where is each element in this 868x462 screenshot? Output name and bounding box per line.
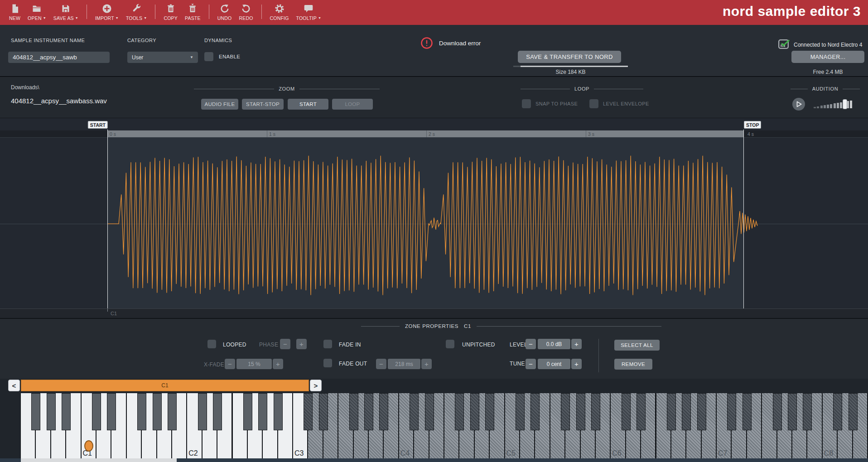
black-key-gs5[interactable]	[576, 393, 585, 430]
unpitched-checkbox[interactable]	[446, 340, 454, 348]
black-key-cs5[interactable]	[516, 393, 525, 430]
black-key-gs6[interactable]	[682, 393, 691, 430]
black-key-gs7[interactable]	[788, 393, 797, 430]
x-fade-value-field[interactable]: 15 %	[236, 359, 272, 369]
black-key-gs3[interactable]	[364, 393, 373, 430]
toolbar-config-button[interactable]: CONFIG	[266, 0, 293, 25]
black-key-ds8[interactable]	[849, 393, 858, 430]
manager-button[interactable]: MANAGER...	[791, 51, 864, 63]
black-key-ds6[interactable]	[637, 393, 646, 430]
fade-out-plus-button[interactable]: +	[421, 359, 432, 369]
fade-in-checkbox[interactable]	[323, 340, 332, 348]
phase-minus-button[interactable]: −	[280, 339, 290, 349]
black-key-ds3[interactable]	[319, 393, 328, 430]
fade-out-value-field[interactable]: 218 ms	[388, 359, 420, 369]
black-key-cs1[interactable]	[92, 393, 101, 430]
toolbar-import-button[interactable]: IMPORT▼	[92, 0, 122, 25]
level-minus-button[interactable]: −	[526, 339, 536, 349]
toolbar-redo-button[interactable]: REDO	[235, 0, 256, 25]
toolbar-open-button[interactable]: OPEN▼	[24, 0, 50, 25]
toolbar-save-as-button[interactable]: SAVE AS▼	[50, 0, 82, 25]
stop-marker-tag[interactable]: STOP	[744, 121, 761, 129]
black-key-cs7[interactable]	[727, 393, 736, 430]
black-key-cs2[interactable]	[198, 393, 207, 430]
toolbar-tooltip-button[interactable]: TOOLTIP▼	[293, 0, 325, 25]
black-key-ds4[interactable]	[425, 393, 434, 430]
black-key-ds7[interactable]	[743, 393, 752, 430]
black-key-fs4[interactable]	[455, 393, 464, 430]
black-key-as7[interactable]	[803, 393, 812, 430]
toolbar-new-button[interactable]: NEW	[5, 0, 24, 25]
toolbar-undo-button[interactable]: UNDO	[214, 0, 236, 25]
zoom-start-stop-button[interactable]: START-STOP	[242, 99, 284, 110]
x-fade-plus-button[interactable]: +	[273, 359, 283, 369]
start-marker-tag[interactable]: START	[88, 121, 108, 129]
wrench-icon	[131, 2, 142, 14]
volume-slider-handle[interactable]	[843, 99, 847, 109]
black-key-gs0[interactable]	[47, 393, 56, 430]
phase-plus-button[interactable]: +	[296, 339, 307, 349]
black-key-cs6[interactable]	[622, 393, 631, 430]
dynamics-enable-checkbox[interactable]	[204, 52, 213, 61]
toolbar-paste-button[interactable]: PASTE	[181, 0, 204, 25]
zone-properties-header: ZONE PROPERTIES C1	[361, 323, 661, 329]
black-key-gs2[interactable]	[258, 393, 267, 430]
black-key-as3[interactable]	[379, 393, 388, 430]
select-all-button[interactable]: SELECT ALL	[614, 340, 660, 351]
tune-plus-button[interactable]: +	[571, 359, 582, 369]
snap-to-phase-checkbox[interactable]	[522, 99, 531, 108]
black-key-as1[interactable]	[168, 393, 177, 430]
zone-range-bar[interactable]: C1	[21, 380, 309, 391]
level-plus-button[interactable]: +	[571, 339, 582, 349]
level-envelope-checkbox[interactable]	[589, 99, 598, 108]
black-key-ds5[interactable]	[530, 393, 540, 430]
black-key-ds2[interactable]	[213, 393, 222, 430]
tune-value-field[interactable]: 0 cent	[538, 359, 570, 369]
toolbar-tools-button[interactable]: TOOLS▼	[122, 0, 151, 25]
zoom-start-button[interactable]: START	[288, 99, 328, 110]
looped-checkbox[interactable]	[207, 340, 216, 348]
audition-play-button[interactable]	[792, 97, 805, 113]
black-key-fs1[interactable]	[137, 393, 146, 430]
black-key-fs5[interactable]	[561, 393, 570, 430]
toolbar-copy-button[interactable]: COPY	[160, 0, 181, 25]
black-key-as5[interactable]	[591, 393, 600, 430]
zoom-loop-button[interactable]: LOOP	[332, 99, 373, 110]
black-key-as2[interactable]	[274, 393, 283, 430]
stop-marker-line[interactable]	[743, 130, 744, 308]
zone-next-button[interactable]: >	[310, 380, 322, 391]
audition-section-header: AUDITION	[791, 86, 860, 91]
black-key-as0[interactable]	[62, 393, 71, 430]
black-key-cs4[interactable]	[410, 393, 419, 430]
black-key-as4[interactable]	[485, 393, 494, 430]
sample-name-input[interactable]	[8, 52, 110, 63]
key-label-C6: C6	[612, 449, 621, 457]
black-key-gs4[interactable]	[470, 393, 479, 430]
category-select[interactable]: User ▼	[127, 52, 198, 63]
waveform-display[interactable]	[0, 118, 868, 318]
zoom-audio-file-button[interactable]: AUDIO FILE	[201, 99, 238, 110]
fade-out-checkbox[interactable]	[323, 359, 332, 367]
keyboard-scrollbar-thumb[interactable]	[21, 458, 177, 462]
tune-minus-button[interactable]: −	[526, 359, 536, 369]
start-marker-line[interactable]	[107, 130, 108, 308]
black-key-ds1[interactable]	[107, 393, 116, 430]
black-key-fs0[interactable]	[31, 393, 40, 430]
zone-prev-button[interactable]: <	[8, 380, 20, 391]
remove-button[interactable]: REMOVE	[614, 359, 652, 370]
toolbar-separator	[155, 5, 155, 19]
black-key-cs8[interactable]	[833, 393, 842, 430]
black-key-fs3[interactable]	[349, 393, 358, 430]
black-key-fs6[interactable]	[667, 393, 676, 430]
black-key-as6[interactable]	[697, 393, 706, 430]
volume-bar	[817, 106, 819, 108]
x-fade-minus-button[interactable]: −	[225, 359, 235, 369]
black-key-cs3[interactable]	[304, 393, 313, 430]
black-key-fs7[interactable]	[773, 393, 782, 430]
save-transfer-button[interactable]: SAVE & TRANSFER TO NORD	[518, 51, 621, 63]
black-key-gs1[interactable]	[153, 393, 162, 430]
fade-out-minus-button[interactable]: −	[376, 359, 386, 369]
level-value-field[interactable]: 0.0 dB	[538, 339, 570, 349]
black-key-fs2[interactable]	[243, 393, 252, 430]
audition-volume-slider[interactable]	[814, 99, 859, 109]
